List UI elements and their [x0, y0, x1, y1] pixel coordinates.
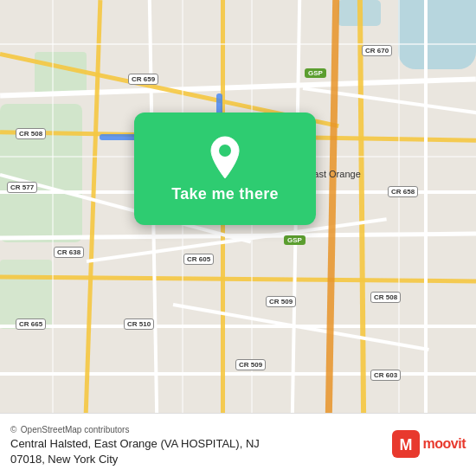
take-me-there-label: Take me there — [171, 185, 279, 203]
road-h6 — [0, 325, 476, 328]
osm-attribution: © OpenStreetMap contributors — [10, 421, 383, 436]
bottom-left-content: © OpenStreetMap contributors Central Hal… — [10, 421, 383, 467]
water-body-1 — [398, 0, 476, 69]
svg-point-0 — [219, 145, 231, 157]
osm-text: OpenStreetMap contributors — [21, 425, 130, 434]
cr658-badge: CR 658 — [388, 186, 418, 197]
cr605-badge: CR 605 — [183, 254, 214, 265]
road-m1 — [0, 43, 476, 45]
cr603-badge: CR 603 — [370, 370, 401, 381]
location-pin-icon — [206, 135, 244, 180]
cr665-badge: CR 665 — [16, 318, 46, 330]
gsp-badge-1: GSP — [305, 68, 326, 78]
cr509-badge-2: CR 509 — [235, 359, 266, 370]
cr577-badge: CR 577 — [7, 182, 37, 193]
moovit-icon: M — [392, 430, 420, 458]
address-line2: 07018, New York City — [10, 452, 383, 467]
take-me-there-button[interactable]: Take me there — [134, 113, 316, 225]
svg-text:M: M — [399, 436, 412, 453]
moovit-text: moovit — [423, 436, 466, 452]
road-m6 — [398, 0, 400, 415]
bottom-bar: © OpenStreetMap contributors Central Hal… — [0, 413, 476, 476]
park-1 — [0, 104, 82, 242]
cr670-badge: CR 670 — [362, 45, 392, 56]
road-m3 — [52, 0, 54, 415]
gsp-badge-2: GSP — [284, 235, 306, 245]
button-overlay: Take me there — [134, 113, 316, 225]
park-2 — [35, 52, 87, 95]
cr508-badge-2: CR 508 — [370, 292, 401, 303]
road-v6 — [424, 0, 428, 415]
cr510-badge: CR 510 — [124, 318, 154, 330]
road-h7 — [0, 372, 476, 376]
map-container: East Orange CR 508 CR 577 CR 659 CR 638 … — [0, 0, 476, 476]
address-line1: Central Halsted, East Orange (VA HOSPITA… — [10, 436, 383, 452]
moovit-logo: M moovit — [392, 430, 466, 458]
cr638-badge: CR 638 — [54, 247, 84, 258]
cr508-badge-1: CR 508 — [16, 128, 46, 139]
cr659-badge: CR 659 — [128, 74, 158, 85]
cr509-badge-1: CR 509 — [266, 296, 296, 307]
